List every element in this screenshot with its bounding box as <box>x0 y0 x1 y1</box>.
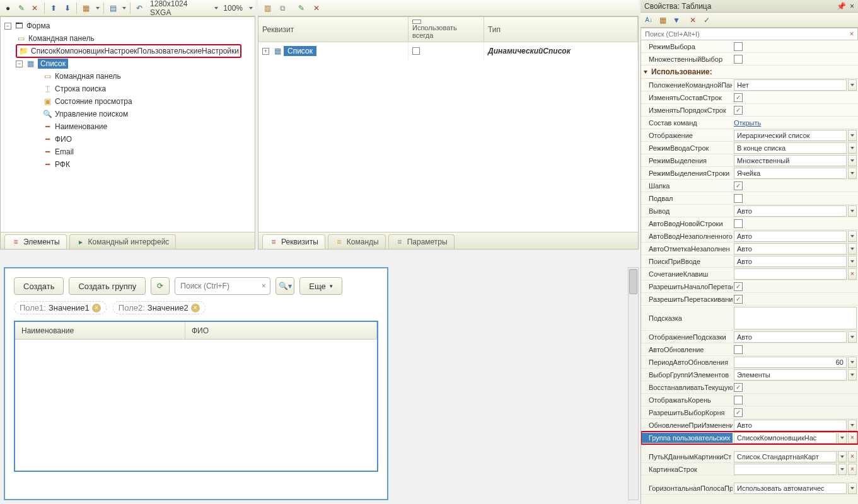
dropdown-icon[interactable] <box>848 155 857 166</box>
filter-chip[interactable]: Поле1: Значение1 × <box>14 301 107 314</box>
more-button[interactable]: Еще▾ <box>299 277 342 295</box>
dropdown-icon[interactable] <box>848 142 857 154</box>
refresh-button[interactable]: ⟳ <box>151 277 170 295</box>
preview-table[interactable]: Наименование ФИО <box>14 321 378 472</box>
tab-params[interactable]: ≡Параметры <box>388 234 455 249</box>
elements-tree[interactable]: − 🗔 Форма ▭ Командная панель 📁 СписокКом… <box>1 17 255 231</box>
filter-chip[interactable]: Поле2: Значение2 × <box>113 301 206 314</box>
checkbox[interactable] <box>734 55 743 64</box>
tree-item[interactable]: ━ФИО <box>1 133 255 146</box>
preview-scrollbar[interactable] <box>628 267 639 500</box>
checkbox[interactable]: ✓ <box>734 93 743 102</box>
tab-commands[interactable]: ≡Команды <box>328 234 386 249</box>
clear-icon[interactable]: × <box>257 282 270 290</box>
delete-icon[interactable]: ✕ <box>30 3 40 14</box>
prop-value[interactable]: Авто <box>734 243 847 255</box>
tree-item-cmdpanel[interactable]: ▭ Командная панель <box>1 32 255 45</box>
prop-value[interactable]: Множественный <box>734 155 847 166</box>
checkbox[interactable] <box>734 42 743 51</box>
col-use-always[interactable]: Использовать всегда <box>409 17 484 42</box>
checkbox[interactable]: ✓ <box>734 106 743 115</box>
categorize-icon[interactable]: ▦ <box>657 14 668 26</box>
clear-value-icon[interactable]: × <box>848 268 857 280</box>
prop-value[interactable]: Иерархический список <box>734 130 847 141</box>
prop-value[interactable]: Авто <box>734 420 847 431</box>
prop-value[interactable]: Авто <box>734 256 847 267</box>
checkbox[interactable] <box>734 345 743 354</box>
edit-icon[interactable]: ✎ <box>16 3 26 14</box>
col-requisite[interactable]: Реквизит <box>258 17 409 42</box>
remove-filter-icon[interactable]: × <box>191 304 200 312</box>
prop-value[interactable]: Список.СтандартнаяКарт <box>734 451 837 462</box>
dropdown-icon[interactable] <box>848 205 857 217</box>
prop-value[interactable]: Авто <box>734 231 847 242</box>
checkbox[interactable]: ✓ <box>734 282 743 291</box>
prop-value[interactable]: 60 <box>734 357 847 368</box>
checkbox[interactable]: ✓ <box>734 408 743 417</box>
checkbox[interactable]: ✓ <box>734 181 743 190</box>
prop-value[interactable]: Элементы <box>734 369 847 381</box>
prop-value[interactable] <box>734 268 847 280</box>
dropdown-icon[interactable] <box>838 451 847 462</box>
search-input[interactable] <box>175 282 257 290</box>
dropdown-icon[interactable] <box>838 464 847 475</box>
expand-icon[interactable]: + <box>262 48 269 55</box>
down-icon[interactable]: ⬇ <box>62 3 72 14</box>
create-group-button[interactable]: Создать группу <box>69 277 146 295</box>
collapse-icon[interactable]: − <box>16 60 23 67</box>
checkbox[interactable] <box>734 396 743 404</box>
zoom-select[interactable]: 100% <box>221 4 245 13</box>
dropdown-icon[interactable] <box>838 432 847 444</box>
dropdown-icon[interactable] <box>848 369 857 381</box>
filter-icon[interactable]: ▼ <box>671 14 682 26</box>
copy-icon[interactable]: ⧉ <box>277 3 288 14</box>
checkbox[interactable] <box>734 219 743 228</box>
clear-icon[interactable]: ✕ <box>687 14 699 26</box>
clear-value-icon[interactable]: × <box>848 432 857 444</box>
tree-item[interactable]: ━Наименование <box>1 120 255 133</box>
prop-value[interactable]: Авто <box>734 205 847 217</box>
tab-cmd-interface[interactable]: ▸Командный интерфейс <box>69 234 177 249</box>
up-icon[interactable]: ⬆ <box>49 3 59 14</box>
col-type[interactable]: Тип <box>484 17 638 42</box>
tree-item[interactable]: ▭Командная панель <box>1 70 255 83</box>
spinner-icon[interactable] <box>848 357 857 368</box>
edit-icon[interactable]: ✎ <box>296 3 307 14</box>
sort-az-icon[interactable]: A↓ <box>643 14 654 26</box>
prop-value[interactable]: В конце списка <box>734 142 847 154</box>
search-button[interactable]: 🔍▾ <box>275 277 294 295</box>
prop-value[interactable]: Нет <box>734 79 847 91</box>
clear-value-icon[interactable]: × <box>848 464 857 475</box>
undo-icon[interactable]: ↶ <box>134 3 145 14</box>
tab-elements[interactable]: ≡Элементы <box>4 234 67 249</box>
collapse-icon[interactable]: − <box>4 23 11 30</box>
close-icon[interactable]: × <box>850 2 854 11</box>
tree-item[interactable]: ▣Состояние просмотра <box>1 95 255 108</box>
tree-item-spisok[interactable]: − ▦ Список <box>1 57 255 70</box>
tree-root[interactable]: − 🗔 Форма <box>1 20 255 32</box>
prop-value[interactable]: Ячейка <box>734 168 847 179</box>
properties-search-input[interactable] <box>641 30 846 38</box>
prop-value[interactable]: Использовать автоматичес <box>734 483 847 494</box>
properties-search[interactable]: × <box>641 28 858 40</box>
prop-link[interactable]: Открыть <box>734 119 761 127</box>
properties-list[interactable]: РежимВыбора МножественныйВыбор Использов… <box>641 40 858 504</box>
tree-item[interactable]: 🔍Управление поиском <box>1 108 255 120</box>
add-column-icon[interactable]: ▥ <box>262 3 273 14</box>
checkbox[interactable]: ✓ <box>734 295 743 304</box>
checkbox[interactable] <box>734 194 743 203</box>
grid-icon[interactable]: ▦ <box>81 3 91 14</box>
dropdown-icon[interactable] <box>848 231 857 242</box>
prop-value[interactable]: СписокКомпоновщикНас <box>734 432 837 444</box>
clear-value-icon[interactable]: × <box>848 451 857 462</box>
prop-user-settings-group[interactable]: Группа пользовательскихСписокКомпоновщик… <box>641 432 858 444</box>
dropdown-icon[interactable] <box>848 483 857 494</box>
tab-requisites[interactable]: ≡Реквизиты <box>262 234 325 249</box>
create-button[interactable]: Создать <box>14 277 64 295</box>
remove-filter-icon[interactable]: × <box>92 304 101 312</box>
clear-search-icon[interactable]: × <box>846 30 857 38</box>
dropdown-icon[interactable] <box>848 256 857 267</box>
col-name[interactable]: Наименование <box>15 322 185 339</box>
tree-item[interactable]: ⌶Строка поиска <box>1 83 255 95</box>
search-field[interactable]: × <box>175 277 270 295</box>
